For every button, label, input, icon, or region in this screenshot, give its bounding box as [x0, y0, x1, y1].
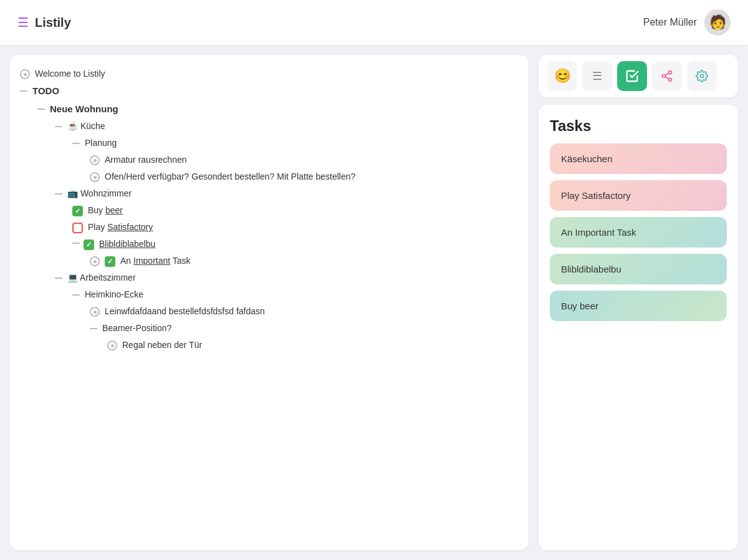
tasks-container: KäsekuchenPlay SatisfactoryAn Important … — [550, 143, 727, 321]
tree-item-label: Play Satisfactory — [88, 221, 153, 234]
tree-item[interactable]: Leinwfdafdaand bestellefdsfdsfsd fafdasn — [20, 305, 519, 318]
header: ☰ Listily Peter Müller 🧑 — [0, 0, 748, 45]
dash-indicator — [55, 126, 62, 127]
logo: ☰ Listily — [17, 15, 71, 30]
tree-item[interactable]: Play Satisfactory — [20, 221, 519, 234]
tree-item-label: 📺 Wohnzimmer — [67, 187, 132, 200]
task-card-beer[interactable]: Buy beer — [550, 291, 727, 321]
tree-item-label: Planung — [85, 137, 117, 150]
checkbox-checked-indicator[interactable]: ✓ — [72, 206, 83, 216]
toolbar: 😊 ☰ — [539, 55, 738, 97]
tree-item[interactable]: ✓An Important Task — [20, 254, 519, 268]
checklist-button[interactable] — [617, 61, 647, 91]
checkbox-checked-indicator[interactable]: ✓ — [105, 256, 115, 267]
dash-indicator — [90, 328, 97, 329]
tree-item[interactable]: ☕ Küche — [20, 120, 519, 133]
app-title: Listily — [35, 16, 71, 30]
main-layout: Welcome to ListilyTODONeue Wohnung☕ Küch… — [0, 45, 748, 560]
task-card-satisfactory[interactable]: Play Satisfactory — [550, 180, 727, 211]
dash-indicator — [72, 243, 80, 244]
tree-container: Welcome to ListilyTODONeue Wohnung☕ Küch… — [20, 67, 519, 352]
tree-panel[interactable]: Welcome to ListilyTODONeue Wohnung☕ Küch… — [10, 55, 529, 550]
tree-item[interactable]: 📺 Wohnzimmer — [20, 187, 519, 200]
tree-item-label: Armatur rausrechnen — [105, 153, 187, 167]
tree-item[interactable]: Beamer-Position? — [20, 322, 519, 335]
task-card-blibldi[interactable]: Blibldiblabelbu — [550, 254, 727, 284]
tree-item-label: Leinwfdafdaand bestellefdsfdsfsd fafdasn — [105, 305, 265, 318]
tasks-title: Tasks — [550, 117, 727, 135]
tree-item[interactable]: Armatur rausrechnen — [20, 153, 519, 167]
tree-item[interactable]: Heimkino-Ecke — [20, 288, 519, 301]
tree-item-label: Regal neben der Tür — [122, 339, 202, 352]
bullet-indicator — [90, 172, 100, 182]
tree-item-label: ☕ Küche — [67, 120, 105, 133]
tree-item-label: Heimkino-Ecke — [85, 288, 143, 301]
bullet-indicator — [90, 307, 100, 317]
tree-item-label: An Important Task — [120, 254, 191, 268]
dash-indicator — [72, 143, 80, 144]
tree-item[interactable]: Ofen/Herd verfügbar? Gesondert bestellen… — [20, 170, 519, 183]
user-name: Peter Müller — [643, 17, 697, 28]
menu-icon: ☰ — [17, 15, 29, 30]
tree-item[interactable]: Regal neben der Tür — [20, 339, 519, 352]
bullet-indicator — [20, 69, 30, 79]
user-area: Peter Müller 🧑 — [643, 9, 731, 36]
share-button[interactable] — [652, 61, 682, 91]
tree-item-label: Welcome to Listily — [35, 67, 105, 80]
tree-item[interactable]: Planung — [20, 137, 519, 150]
tree-item[interactable]: Welcome to Listily — [20, 67, 519, 80]
dash-indicator — [72, 294, 80, 296]
tree-item[interactable]: Neue Wohnung — [20, 102, 519, 117]
bullet-indicator — [90, 256, 100, 266]
checkbox-checked-indicator[interactable]: ✓ — [84, 239, 94, 250]
svg-line-3 — [665, 77, 669, 79]
tree-item-label: Ofen/Herd verfügbar? Gesondert bestellen… — [105, 170, 355, 183]
dash-indicator — [37, 109, 45, 110]
emoji-button[interactable]: 😊 — [547, 61, 577, 91]
tree-item-label: Buy beer — [88, 204, 123, 217]
right-panel: 😊 ☰ — [539, 55, 738, 550]
tree-item-label: Beamer-Position? — [102, 322, 171, 335]
svg-point-5 — [701, 75, 704, 78]
tree-item-label: Blibldiblabelbu — [99, 238, 155, 251]
task-card-kasekuchen[interactable]: Käsekuchen — [550, 143, 727, 174]
tasks-panel: Tasks KäsekuchenPlay SatisfactoryAn Impo… — [539, 105, 738, 550]
settings-button[interactable] — [687, 61, 717, 91]
task-card-important[interactable]: An Important Task — [550, 217, 727, 248]
checkbox-orange-indicator[interactable] — [72, 223, 83, 233]
tree-item-label: TODO — [32, 84, 59, 99]
tree-item-label: 💻 Arbeitszimmer — [67, 271, 136, 284]
tree-item[interactable]: 💻 Arbeitszimmer — [20, 271, 519, 284]
bullet-indicator — [90, 155, 100, 165]
tree-item-label: Neue Wohnung — [50, 102, 118, 117]
dash-indicator — [55, 193, 62, 195]
svg-line-4 — [665, 73, 669, 75]
bullet-indicator — [107, 340, 117, 350]
dash-indicator — [55, 278, 62, 279]
avatar[interactable]: 🧑 — [704, 9, 731, 36]
dash-indicator — [20, 90, 27, 92]
list-button[interactable]: ☰ — [582, 61, 612, 91]
tree-item[interactable]: ✓Blibldiblabelbu — [20, 238, 519, 251]
tree-item[interactable]: ✓Buy beer — [20, 204, 519, 217]
tree-item[interactable]: TODO — [20, 84, 519, 99]
